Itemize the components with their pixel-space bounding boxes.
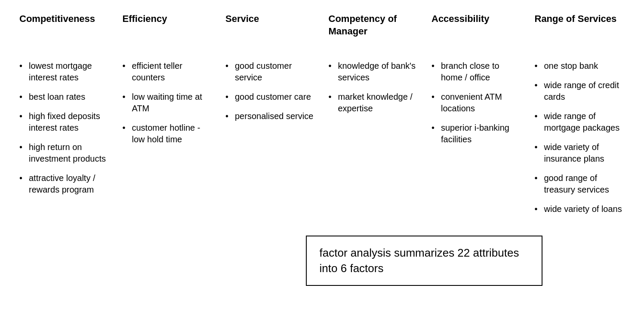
list-item: lowest mortgage interest rates xyxy=(19,60,110,83)
main-grid: Competitivenesslowest mortgage interest … xyxy=(13,9,631,227)
list-item: good customer service xyxy=(225,60,316,83)
column-header-accessibility: Accessibility xyxy=(431,13,522,47)
list-item: customer hotline - low hold time xyxy=(123,122,213,145)
list-item: market knowledge / expertise xyxy=(329,91,419,114)
column-header-service: Service xyxy=(225,13,316,47)
list-item: superior i-banking facilities xyxy=(431,122,522,145)
column-header-competitiveness: Competitiveness xyxy=(19,13,110,47)
column-items-service: good customer servicegood customer carep… xyxy=(225,60,316,122)
list-item: convenient ATM locations xyxy=(431,91,522,114)
column-header-range: Range of Services xyxy=(535,13,625,47)
column-header-competency: Competency of Manager xyxy=(329,13,419,47)
bottom-section: factor analysis summarizes 22 attributes… xyxy=(13,236,631,286)
list-item: wide variety of loans xyxy=(535,203,625,215)
list-item: wide range of credit cards xyxy=(535,80,625,103)
column-efficiency: Efficiencyefficient teller counterslow w… xyxy=(116,9,219,227)
list-item: personalised service xyxy=(225,110,316,122)
list-item: one stop bank xyxy=(535,60,625,72)
list-item: high return on investment products xyxy=(19,141,110,165)
column-service: Servicegood customer servicegood custome… xyxy=(219,9,322,227)
column-items-range: one stop bankwide range of credit cardsw… xyxy=(535,60,625,215)
callout-text: factor analysis summarizes 22 attributes… xyxy=(320,246,519,275)
list-item: branch close to home / office xyxy=(431,60,522,83)
column-competitiveness: Competitivenesslowest mortgage interest … xyxy=(13,9,116,227)
list-item: good customer care xyxy=(225,91,316,103)
list-item: efficient teller counters xyxy=(123,60,213,83)
list-item: wide variety of insurance plans xyxy=(535,141,625,165)
column-items-competency: knowledge of bank's servicesmarket knowl… xyxy=(329,60,419,114)
column-range: Range of Servicesone stop bankwide range… xyxy=(528,9,632,227)
list-item: attractive loyalty / rewards program xyxy=(19,172,110,196)
list-item: wide range of mortgage packages xyxy=(535,110,625,134)
column-items-efficiency: efficient teller counterslow waiting tim… xyxy=(123,60,213,145)
callout-box: factor analysis summarizes 22 attributes… xyxy=(306,236,542,286)
list-item: knowledge of bank's services xyxy=(329,60,419,83)
list-item: best loan rates xyxy=(19,91,110,103)
column-items-competitiveness: lowest mortgage interest ratesbest loan … xyxy=(19,60,110,196)
list-item: low waiting time at ATM xyxy=(123,91,213,114)
column-header-efficiency: Efficiency xyxy=(123,13,213,47)
column-items-accessibility: branch close to home / officeconvenient … xyxy=(431,60,522,145)
column-competency: Competency of Managerknowledge of bank's… xyxy=(322,9,425,227)
list-item: high fixed deposits interest rates xyxy=(19,110,110,134)
column-accessibility: Accessibilitybranch close to home / offi… xyxy=(425,9,528,227)
list-item: good range of treasury services xyxy=(535,172,625,196)
